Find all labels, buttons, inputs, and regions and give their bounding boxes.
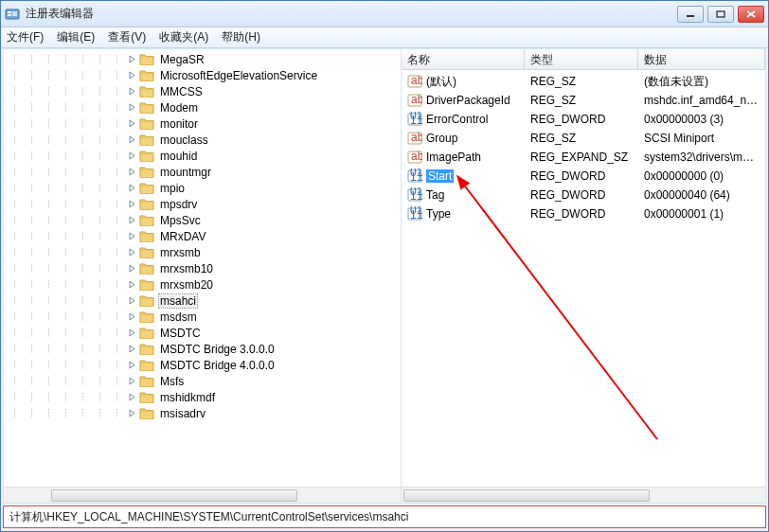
list-row[interactable]: 011110TypeREG_DWORD0x00000001 (1) <box>402 204 765 223</box>
maximize-button[interactable] <box>707 6 734 23</box>
expander-icon[interactable] <box>125 310 138 324</box>
expander-icon[interactable] <box>125 101 138 115</box>
tree-item[interactable]: ┆┆┆┆┆┆┆mrxsmb <box>6 244 401 260</box>
expander-icon[interactable] <box>125 53 138 66</box>
tree-label: MegaSR <box>158 53 206 66</box>
tree-item[interactable]: ┆┆┆┆┆┆┆msahci <box>6 293 401 309</box>
expander-icon[interactable] <box>125 343 138 356</box>
hscroll-thumb[interactable] <box>51 489 297 502</box>
expander-icon[interactable] <box>125 182 138 195</box>
expander-icon[interactable] <box>125 214 138 227</box>
expander-icon[interactable] <box>125 166 138 179</box>
tree-label: msahci <box>158 293 198 309</box>
tree-item[interactable]: ┆┆┆┆┆┆┆MegaSR <box>6 51 401 67</box>
tree-item[interactable]: ┆┆┆┆┆┆┆MRxDAV <box>6 228 401 244</box>
expander-icon[interactable] <box>125 133 138 147</box>
list-row[interactable]: ab(默认)REG_SZ(数值未设置) <box>402 72 765 91</box>
minimize-button[interactable] <box>677 6 704 23</box>
list-row[interactable]: abDriverPackageIdREG_SZmshdc.inf_amd64_n… <box>402 91 765 110</box>
list-row[interactable]: 011110ErrorControlREG_DWORD0x00000003 (3… <box>402 110 765 129</box>
list-row[interactable]: 011110TagREG_DWORD0x00000040 (64) <box>402 186 765 204</box>
list-hscroll-thumb[interactable] <box>403 489 650 502</box>
expander-icon[interactable] <box>125 407 138 420</box>
tree-item[interactable]: ┆┆┆┆┆┆┆MpsSvc <box>6 212 401 228</box>
tree-item[interactable]: ┆┆┆┆┆┆┆Modem <box>6 99 401 115</box>
folder-icon <box>139 182 154 195</box>
tree-item[interactable]: ┆┆┆┆┆┆┆Msfs <box>6 373 401 389</box>
tree-item[interactable]: ┆┆┆┆┆┆┆mrxsmb10 <box>6 260 401 276</box>
menu-view[interactable]: 查看(V) <box>108 29 146 45</box>
titlebar[interactable]: 注册表编辑器 <box>1 1 768 27</box>
expander-icon[interactable] <box>125 230 138 243</box>
tree-item[interactable]: ┆┆┆┆┆┆┆mrxsmb20 <box>6 276 401 293</box>
tree-item[interactable]: ┆┆┆┆┆┆┆MSDTC <box>6 325 401 341</box>
tree-item[interactable]: ┆┆┆┆┆┆┆MicrosoftEdgeElevationService <box>6 67 401 83</box>
expander-icon[interactable] <box>125 246 138 259</box>
tree-label: monitor <box>158 117 200 131</box>
expander-icon[interactable] <box>125 391 138 404</box>
binary-icon: 011110 <box>407 187 422 203</box>
menu-edit[interactable]: 编辑(E) <box>57 29 95 45</box>
list-row[interactable]: 011110StartREG_DWORD0x00000000 (0) <box>402 167 765 186</box>
tree-hscrollbar[interactable] <box>4 487 401 503</box>
tree-item[interactable]: ┆┆┆┆┆┆┆monitor <box>6 115 401 132</box>
column-type[interactable]: 类型 <box>525 49 638 69</box>
tree-item[interactable]: ┆┆┆┆┆┆┆MMCSS <box>6 83 401 99</box>
menu-help[interactable]: 帮助(H) <box>222 29 260 45</box>
close-button[interactable] <box>738 6 764 23</box>
list-body[interactable]: ab(默认)REG_SZ(数值未设置)abDriverPackageIdREG_… <box>402 70 765 487</box>
tree-label: mpio <box>158 182 187 195</box>
tree-label: MSDTC <box>158 327 203 340</box>
menubar: 文件(F) 编辑(E) 查看(V) 收藏夹(A) 帮助(H) <box>1 27 768 48</box>
svg-rect-5 <box>717 11 724 17</box>
status-path: 计算机\HKEY_LOCAL_MACHINE\SYSTEM\CurrentCon… <box>9 509 408 525</box>
tree-label: Msfs <box>158 375 186 388</box>
expander-icon[interactable] <box>125 278 138 292</box>
tree-item[interactable]: ┆┆┆┆┆┆┆MSDTC Bridge 3.0.0.0 <box>6 341 401 357</box>
binary-icon: 011110 <box>407 206 422 222</box>
value-name: Start <box>426 169 454 183</box>
tree-item[interactable]: ┆┆┆┆┆┆┆mouhid <box>6 148 401 164</box>
svg-rect-3 <box>12 11 17 16</box>
value-data: mshdc.inf_amd64_neutr <box>638 94 765 107</box>
expander-icon[interactable] <box>125 198 138 211</box>
value-type: REG_DWORD <box>525 207 638 221</box>
value-data: 0x00000040 (64) <box>638 188 765 202</box>
folder-icon <box>139 214 154 227</box>
tree-item[interactable]: ┆┆┆┆┆┆┆msdsm <box>6 309 401 325</box>
expander-icon[interactable] <box>125 294 138 308</box>
panes: ┆┆┆┆┆┆┆MegaSR┆┆┆┆┆┆┆MicrosoftEdgeElevati… <box>4 49 765 503</box>
list-row[interactable]: abGroupREG_SZSCSI Miniport <box>402 129 765 148</box>
list-hscrollbar[interactable] <box>402 487 765 503</box>
tree-item[interactable]: ┆┆┆┆┆┆┆msisadrv <box>6 405 401 421</box>
expander-icon[interactable] <box>125 69 138 82</box>
list-row[interactable]: abImagePathREG_EXPAND_SZsystem32\drivers… <box>402 148 765 167</box>
menu-favorites[interactable]: 收藏夹(A) <box>159 29 208 45</box>
tree-label: MicrosoftEdgeElevationService <box>158 69 319 82</box>
tree-item[interactable]: ┆┆┆┆┆┆┆mpsdrv <box>6 196 401 212</box>
expander-icon[interactable] <box>125 375 138 388</box>
tree-label: MSDTC Bridge 3.0.0.0 <box>158 343 277 356</box>
expander-icon[interactable] <box>125 117 138 131</box>
expander-icon[interactable] <box>125 359 138 372</box>
column-name[interactable]: 名称 <box>402 49 525 69</box>
tree-item[interactable]: ┆┆┆┆┆┆┆mountmgr <box>6 164 401 180</box>
tree-item[interactable]: ┆┆┆┆┆┆┆mshidkmdf <box>6 389 401 405</box>
tree-scroll[interactable]: ┆┆┆┆┆┆┆MegaSR┆┆┆┆┆┆┆MicrosoftEdgeElevati… <box>4 49 401 487</box>
tree-item[interactable]: ┆┆┆┆┆┆┆mpio <box>6 180 401 196</box>
value-type: REG_DWORD <box>525 113 638 126</box>
expander-icon[interactable] <box>125 262 138 275</box>
expander-icon[interactable] <box>125 150 138 163</box>
string-icon: ab <box>407 74 422 89</box>
expander-icon[interactable] <box>125 327 138 340</box>
value-name: Tag <box>426 188 444 202</box>
expander-icon[interactable] <box>125 85 138 98</box>
registry-editor-window: 注册表编辑器 文件(F) 编辑(E) 查看(V) 收藏夹(A) 帮助(H) ┆┆… <box>0 0 769 532</box>
column-data[interactable]: 数据 <box>638 49 765 69</box>
tree-item[interactable]: ┆┆┆┆┆┆┆mouclass <box>6 132 401 148</box>
menu-file[interactable]: 文件(F) <box>7 29 44 45</box>
value-data: (数值未设置) <box>638 74 765 90</box>
tree-item[interactable]: ┆┆┆┆┆┆┆MSDTC Bridge 4.0.0.0 <box>6 357 401 373</box>
value-type: REG_SZ <box>525 132 638 145</box>
tree-label: msdsm <box>158 310 199 324</box>
